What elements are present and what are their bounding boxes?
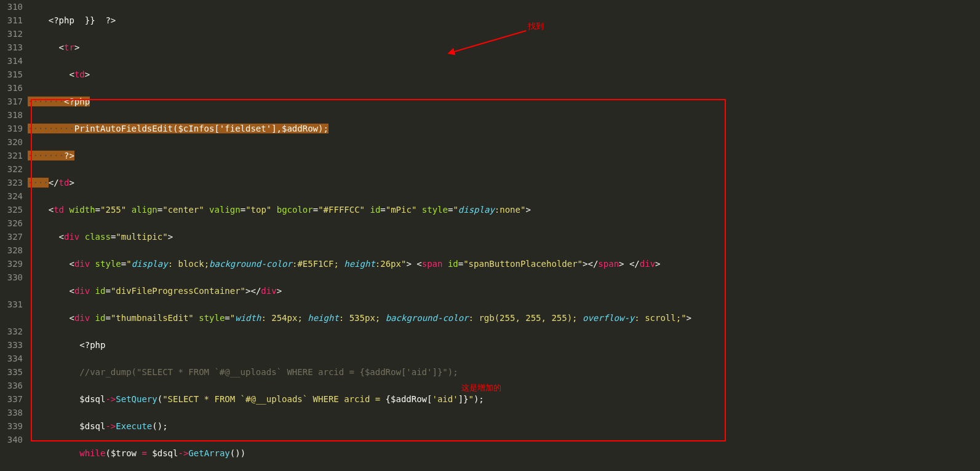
code-line[interactable]: ·······<?php: [28, 95, 980, 108]
code-line[interactable]: <div id="divFileProgressContainer"></div…: [28, 284, 980, 298]
line-number: 311: [5, 14, 23, 27]
line-number: 310: [5, 0, 23, 14]
line-number: 330: [5, 271, 23, 284]
code-line[interactable]: //var_dump("SELECT * FROM `#@__uploads` …: [28, 365, 980, 379]
line-number: 329: [5, 257, 23, 271]
code-line[interactable]: <div class="multipic">: [28, 230, 980, 243]
line-number: 339: [5, 419, 23, 433]
code-line[interactable]: <div id="thumbnailsEdit" style="width: 2…: [28, 311, 980, 325]
code-line[interactable]: ·········PrintAutoFieldsEdit($cInfos['fi…: [28, 122, 980, 135]
code-line[interactable]: <td width="255" align="center" valign="t…: [28, 203, 980, 216]
line-number: 320: [5, 135, 23, 149]
line-number: 319: [5, 122, 23, 135]
line-number: 312: [5, 27, 23, 41]
line-number: 325: [5, 203, 23, 216]
line-number: 317: [5, 95, 23, 108]
line-number: 322: [5, 162, 23, 176]
line-number: 338: [5, 406, 23, 419]
line-number: 328: [5, 243, 23, 257]
line-number: 327: [5, 230, 23, 243]
line-number: 337: [5, 392, 23, 406]
line-number: 336: [5, 379, 23, 392]
code-line[interactable]: <div style="display: block;background-co…: [28, 257, 980, 271]
line-number: [5, 311, 23, 325]
line-number: 331: [5, 298, 23, 311]
line-number: 334: [5, 352, 23, 365]
line-number: 318: [5, 108, 23, 122]
line-number: 315: [5, 68, 23, 81]
code-line[interactable]: <td>: [28, 68, 980, 81]
code-content[interactable]: <?php }} ?> <tr> <td> ·······<?php ·····…: [28, 0, 980, 471]
code-line[interactable]: while($trow = $dsql->GetArray()): [28, 446, 980, 460]
line-number-gutter: 310 311 312 313 314 315 316 317 318 319 …: [0, 0, 28, 471]
line-number: 314: [5, 54, 23, 68]
line-number: 340: [5, 433, 23, 446]
line-number: 313: [5, 41, 23, 54]
line-number: 333: [5, 338, 23, 352]
line-number: 326: [5, 216, 23, 230]
code-line[interactable]: $dsql->SetQuery("SELECT * FROM `#@__uplo…: [28, 392, 980, 406]
line-number: 335: [5, 365, 23, 379]
code-line[interactable]: <?php: [28, 338, 980, 352]
code-line[interactable]: ····</td>: [28, 176, 980, 189]
code-line[interactable]: <?php }} ?>: [28, 14, 980, 27]
line-number: 323: [5, 176, 23, 189]
line-number: 324: [5, 189, 23, 203]
line-number: [5, 284, 23, 298]
line-number: 316: [5, 81, 23, 95]
code-line[interactable]: ·······?>: [28, 149, 980, 162]
line-number: 321: [5, 149, 23, 162]
line-number: 332: [5, 325, 23, 338]
code-line[interactable]: $dsql->Execute();: [28, 419, 980, 433]
code-line[interactable]: <tr>: [28, 41, 980, 54]
code-editor[interactable]: 310 311 312 313 314 315 316 317 318 319 …: [0, 0, 980, 471]
